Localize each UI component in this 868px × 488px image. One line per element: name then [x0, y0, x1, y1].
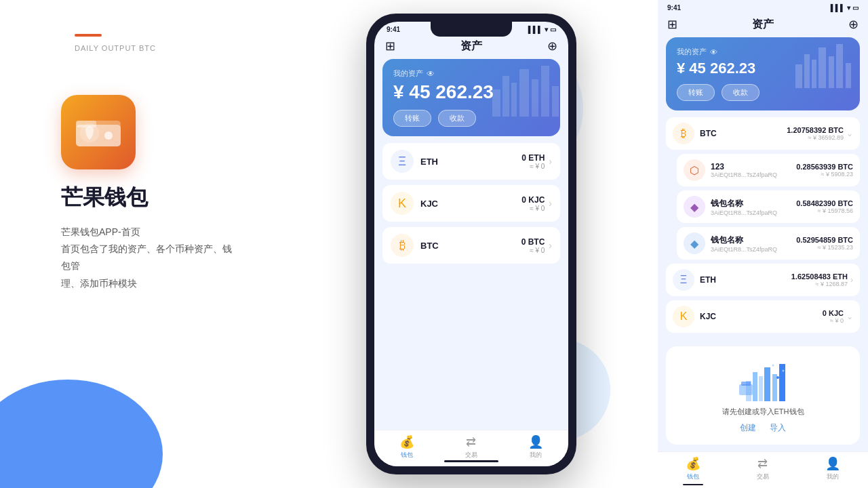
svg-rect-11 — [552, 86, 559, 117]
phone-add-icon[interactable]: ⊕ — [547, 39, 557, 54]
right-kjc-icon: K — [673, 306, 694, 327]
kjc-balance: 0 KJC — [521, 195, 545, 205]
svg-point-28 — [783, 370, 785, 372]
svg-rect-10 — [541, 66, 549, 117]
right-coin-btc[interactable]: ₿ BTC 1.20758392 BTC ≈ ¥ 36592.89 ⌄ — [666, 117, 860, 150]
promo-illustration — [736, 357, 790, 401]
right-btc-chevron-icon: ⌄ — [846, 129, 853, 138]
eth-icon: Ξ — [391, 150, 414, 173]
coin-item-kjc[interactable]: K KJC 0 KJC ≈ ¥ 0 › — [382, 185, 560, 222]
right-status-bar: 9:41 ▌▌▌ ▾ ▭ — [658, 0, 868, 12]
eth-approx: ≈ ¥ 0 — [521, 163, 545, 170]
phone-time: 9:41 — [387, 26, 400, 33]
right-wifi-icon: ▾ — [847, 4, 850, 12]
right-asset-card: 我的资产 👁 ¥ 45 262.23 转账 收款 — [666, 37, 860, 110]
wifi-icon: ▾ — [545, 26, 548, 33]
promo-links: 创建 导入 — [740, 422, 786, 434]
svg-rect-24 — [779, 364, 785, 401]
right-coin-list: ₿ BTC 1.20758392 BTC ≈ ¥ 36592.89 ⌄ ⬡ 12… — [658, 117, 868, 346]
right-signal-icon: ▌▌▌ — [831, 4, 845, 12]
phone-nav-wallet[interactable]: 💰 钱包 — [374, 434, 439, 460]
app-description: 芒果钱包APP-首页 首页包含了我的资产、各个币种资产、钱包管 理、添加币种模块 — [61, 224, 237, 292]
import-wallet-link[interactable]: 导入 — [770, 422, 786, 434]
right-eye-icon[interactable]: 👁 — [710, 48, 717, 56]
app-icon — [61, 95, 136, 169]
right-btc-icon: ₿ — [673, 123, 694, 144]
right-nav-wallet[interactable]: 💰 钱包 — [658, 456, 728, 481]
promo-text: 请先创建或导入ETH钱包 — [722, 407, 804, 417]
phone-status-icons: ▌▌▌ ▾ ▭ — [528, 26, 556, 33]
phone-nav-trade[interactable]: ⇄ 交易 — [439, 434, 503, 460]
svg-rect-14 — [812, 60, 816, 88]
app-subtitle: DAILY OUTPUT BTC — [75, 44, 156, 52]
svg-rect-8 — [519, 69, 529, 117]
svg-rect-15 — [818, 47, 826, 88]
svg-rect-22 — [764, 367, 770, 401]
right-menu-icon[interactable]: ⊞ — [667, 17, 677, 32]
svg-rect-7 — [511, 83, 517, 117]
receive-button[interactable]: 收款 — [438, 110, 476, 127]
right-mine-nav-icon: 👤 — [825, 456, 840, 471]
right-wallet-nav-icon: 💰 — [686, 456, 701, 471]
right-coin-wallet1[interactable]: ◆ 钱包名称 3AiEQt1R8...TsZ4fpaRQ 0.58482390 … — [677, 190, 860, 223]
right-coin-123[interactable]: ⬡ 123 3AiEQt1R8...TsZ4fpaRQ 0.28563939 B… — [677, 154, 860, 186]
eth-balance-group: 0 ETH ≈ ¥ 0 — [521, 153, 545, 170]
phone-header-title: 资产 — [460, 39, 482, 54]
right-battery-icon: ▭ — [852, 4, 859, 12]
btc-approx: ≈ ¥ 0 — [521, 247, 545, 254]
blue-blob-decoration — [0, 380, 163, 488]
app-name: 芒果钱包 — [61, 183, 148, 213]
kjc-icon: K — [391, 192, 414, 215]
right-eth-icon: Ξ — [673, 269, 694, 291]
eye-icon[interactable]: 👁 — [427, 69, 435, 79]
wallet-nav-icon: 💰 — [399, 434, 414, 449]
svg-rect-16 — [829, 56, 834, 88]
phone-coin-list: Ξ ETH 0 ETH ≈ ¥ 0 › K KJC 0 KJC ≈ ¥ 0 › — [374, 143, 568, 264]
phone-menu-icon[interactable]: ⊞ — [385, 39, 395, 54]
right-eth-chevron-icon: › — [850, 275, 853, 285]
right-eth-balance: 1.62508483 ETH ≈ ¥ 1268.87 — [791, 272, 848, 287]
transfer-button[interactable]: 转账 — [393, 110, 431, 127]
right-receive-button[interactable]: 收款 — [722, 84, 760, 101]
eth-name: ETH — [420, 157, 521, 167]
btc-name: BTC — [420, 241, 521, 251]
svg-rect-26 — [741, 382, 751, 386]
right-status-icons: ▌▌▌ ▾ ▭ — [831, 4, 859, 12]
right-nav-mine[interactable]: 👤 我的 — [798, 456, 868, 481]
right-panel: 9:41 ▌▌▌ ▾ ▭ ⊞ 资产 ⊕ 我的资产 👁 ¥ 45 262.23 转… — [658, 0, 868, 488]
coin-item-eth[interactable]: Ξ ETH 0 ETH ≈ ¥ 0 › — [382, 143, 560, 180]
right-transfer-button[interactable]: 转账 — [677, 84, 715, 101]
create-wallet-link[interactable]: 创建 — [740, 422, 756, 434]
svg-point-27 — [776, 376, 779, 379]
btc-balance: 0 BTC — [521, 237, 545, 247]
right-wallet2-info: 钱包名称 3AiEQt1R8...TsZ4fpaRQ — [711, 235, 796, 253]
eth-chevron-icon: › — [549, 156, 552, 167]
right-time: 9:41 — [667, 4, 681, 12]
right-coin-eth[interactable]: Ξ ETH 1.62508483 ETH ≈ ¥ 1268.87 › — [666, 264, 860, 296]
right-wallet2-balance: 0.52954859 BTC ≈ ¥ 15235.23 — [796, 236, 853, 251]
right-kjc-info: KJC — [700, 312, 823, 321]
phone-nav-mine[interactable]: 👤 我的 — [504, 434, 568, 460]
right-coin-wallet2[interactable]: ◆ 钱包名称 3AiEQt1R8...TsZ4fpaRQ 0.52954859 … — [677, 227, 860, 260]
right-coin-kjc[interactable]: K KJC 0 KJC ≈ ¥ 0 ⌄ — [666, 300, 860, 333]
trade-nav-icon: ⇄ — [466, 434, 476, 449]
right-header-title: 资产 — [752, 18, 774, 32]
svg-rect-17 — [836, 44, 843, 88]
eth-balance: 0 ETH — [521, 153, 545, 163]
accent-line — [75, 34, 102, 37]
phone-screen: 9:41 ▌▌▌ ▾ ▭ ⊞ 资产 ⊕ — [374, 22, 568, 466]
svg-rect-13 — [804, 54, 810, 88]
phone-notch — [431, 22, 512, 37]
right-wallet1-icon: ◆ — [684, 196, 705, 218]
right-123-info: 123 3AiEQt1R8...TsZ4fpaRQ — [711, 162, 796, 178]
right-nav-trade[interactable]: ⇄ 交易 — [728, 456, 797, 481]
coin-item-btc[interactable]: ₿ BTC 0 BTC ≈ ¥ 0 › — [382, 227, 560, 264]
kjc-approx: ≈ ¥ 0 — [521, 205, 545, 212]
kjc-balance-group: 0 KJC ≈ ¥ 0 — [521, 195, 545, 212]
right-bottom-nav: 💰 钱包 ⇄ 交易 👤 我的 — [658, 451, 868, 488]
svg-rect-20 — [753, 372, 757, 401]
right-add-icon[interactable]: ⊕ — [848, 17, 859, 32]
right-header: ⊞ 资产 ⊕ — [658, 12, 868, 37]
btc-balance-group: 0 BTC ≈ ¥ 0 — [521, 237, 545, 254]
right-btc-name: BTC — [700, 129, 787, 138]
